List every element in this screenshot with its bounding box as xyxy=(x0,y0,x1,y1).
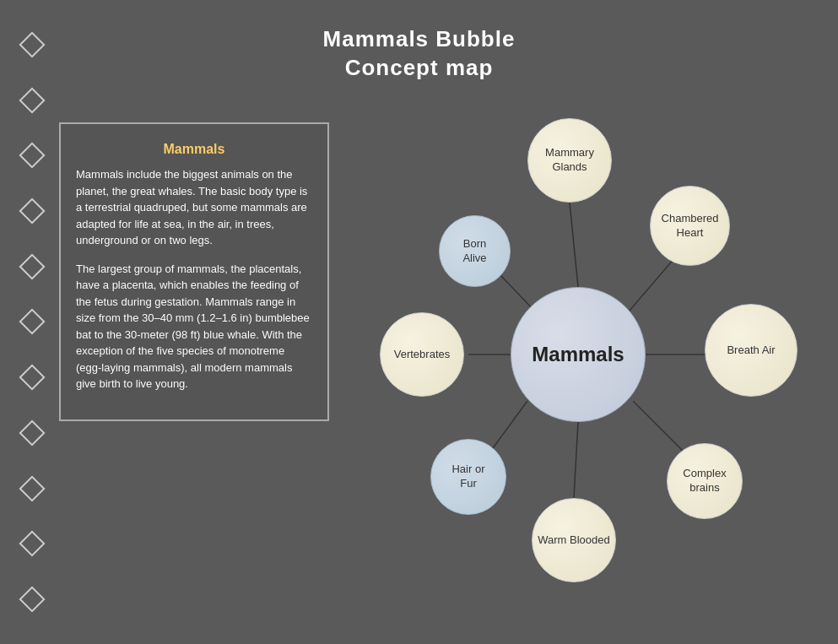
diamond-7 xyxy=(19,365,45,391)
diamond-1 xyxy=(19,31,45,57)
bubble-chambered-heart: ChamberedHeart xyxy=(650,186,730,266)
bubble-hair-fur: Hair orFur xyxy=(430,439,506,515)
title-line2: Concept map xyxy=(0,54,838,83)
diamond-11 xyxy=(19,586,45,612)
bubble-breath-air: Breath Air xyxy=(705,304,797,397)
svg-line-5 xyxy=(574,422,578,498)
info-paragraph2: The largest group of mammals, the placen… xyxy=(76,261,312,392)
bubble-born-alive: BornAlive xyxy=(439,215,511,287)
bubble-vertebrates: Vertebrates xyxy=(380,312,464,397)
svg-line-0 xyxy=(570,203,578,287)
info-paragraph1: Mammals include the biggest animals on t… xyxy=(76,166,312,249)
concept-map: Mammals MammaryGlands ChamberedHeart Bre… xyxy=(363,101,819,599)
diamond-2 xyxy=(19,87,45,113)
bubble-mammary-glands: MammaryGlands xyxy=(527,118,612,203)
title-line1: Mammals Bubble xyxy=(0,25,838,54)
bubble-complex-brains: Complexbrains xyxy=(667,443,743,519)
diamond-5 xyxy=(19,253,45,279)
bubble-mammals-center: Mammals xyxy=(511,287,646,422)
diamond-8 xyxy=(19,419,45,446)
diamond-3 xyxy=(19,143,45,169)
diamond-4 xyxy=(19,198,45,224)
info-box: Mammals Mammals include the biggest anim… xyxy=(59,122,329,421)
info-heading: Mammals xyxy=(76,139,312,160)
diamond-decorations xyxy=(15,0,49,644)
diamond-6 xyxy=(19,309,45,335)
page-title: Mammals Bubble Concept map xyxy=(0,0,838,83)
diamond-9 xyxy=(19,475,45,501)
diamond-10 xyxy=(19,531,45,557)
bubble-warm-blooded: Warm Blooded xyxy=(532,498,616,582)
